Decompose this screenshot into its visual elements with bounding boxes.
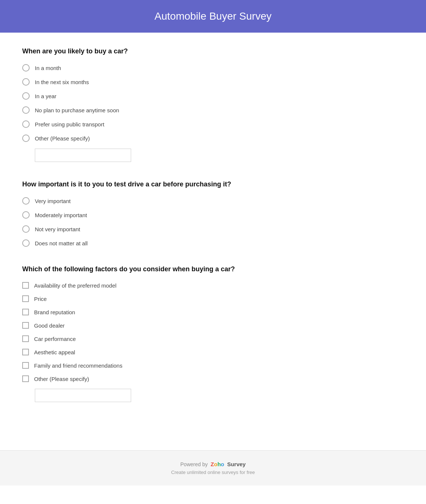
- checkbox-q3-c[interactable]: [22, 309, 29, 315]
- checkbox-q3-g[interactable]: [22, 362, 29, 369]
- q2-option-c[interactable]: Not very important: [22, 225, 404, 233]
- q2-label-b: Moderately important: [35, 212, 87, 218]
- powered-by-text: Powered by: [180, 461, 208, 467]
- q3-option-h[interactable]: Other (Please specify): [22, 375, 404, 382]
- zoho-logo: Zoho: [211, 461, 224, 467]
- q1-label-e: Prefer using public transport: [35, 121, 104, 127]
- question-1-title: When are you likely to buy a car?: [22, 47, 404, 55]
- q3-option-b[interactable]: Price: [22, 295, 404, 302]
- zoho-letter-o2: o: [221, 461, 224, 467]
- radio-q2-a[interactable]: [22, 197, 30, 205]
- survey-header: Automobile Buyer Survey: [0, 0, 426, 33]
- q2-option-b[interactable]: Moderately important: [22, 211, 404, 219]
- q3-label-h: Other (Please specify): [34, 376, 89, 382]
- q2-label-a: Very important: [35, 198, 71, 204]
- radio-q2-b[interactable]: [22, 211, 30, 219]
- q2-option-a[interactable]: Very important: [22, 197, 404, 205]
- survey-content: When are you likely to buy a car? In a m…: [0, 33, 426, 435]
- survey-title: Automobile Buyer Survey: [7, 10, 419, 22]
- radio-q1-d[interactable]: [22, 106, 30, 114]
- q1-other-input-wrapper: [35, 149, 404, 162]
- powered-by-line: Powered by Zoho Survey: [7, 461, 419, 467]
- q2-option-d[interactable]: Does not matter at all: [22, 239, 404, 247]
- radio-q1-b[interactable]: [22, 78, 30, 86]
- question-3-title: Which of the following factors do you co…: [22, 265, 404, 273]
- checkbox-q3-e[interactable]: [22, 335, 29, 342]
- checkbox-q3-d[interactable]: [22, 322, 29, 329]
- q3-option-g[interactable]: Family and friend recommendations: [22, 362, 404, 369]
- q3-label-a: Availability of the preferred model: [34, 282, 116, 289]
- zoho-survey-label: Survey: [227, 461, 246, 467]
- zoho-letter-z: Z: [211, 461, 214, 467]
- q1-label-c: In a year: [35, 93, 56, 99]
- q1-other-text-input[interactable]: [35, 149, 131, 162]
- q3-label-c: Brand reputation: [34, 309, 75, 315]
- zoho-letter-h: h: [217, 461, 221, 467]
- q1-label-f: Other (Please specify): [35, 135, 90, 142]
- radio-q1-a[interactable]: [22, 64, 30, 72]
- q3-option-e[interactable]: Car performance: [22, 335, 404, 342]
- question-1: When are you likely to buy a car? In a m…: [22, 47, 404, 162]
- q2-label-d: Does not matter at all: [35, 240, 88, 246]
- checkbox-q3-f[interactable]: [22, 349, 29, 355]
- zoho-letter-o1: o: [214, 461, 217, 467]
- q3-option-d[interactable]: Good dealer: [22, 322, 404, 329]
- checkbox-q3-a[interactable]: [22, 282, 29, 289]
- question-2: How important is it to you to test drive…: [22, 180, 404, 247]
- q1-option-c[interactable]: In a year: [22, 92, 404, 100]
- checkbox-q3-b[interactable]: [22, 295, 29, 302]
- q3-option-a[interactable]: Availability of the preferred model: [22, 282, 404, 289]
- q1-option-b[interactable]: In the next six months: [22, 78, 404, 86]
- question-2-title: How important is it to you to test drive…: [22, 180, 404, 188]
- q3-label-b: Price: [34, 296, 47, 302]
- q3-label-f: Aesthetic appeal: [34, 349, 75, 355]
- q3-option-c[interactable]: Brand reputation: [22, 309, 404, 315]
- radio-q2-d[interactable]: [22, 239, 30, 247]
- survey-footer: Powered by Zoho Survey Create unlimited …: [0, 450, 426, 485]
- q3-label-e: Car performance: [34, 336, 76, 342]
- q1-label-d: No plan to purchase anytime soon: [35, 107, 119, 113]
- q1-option-f[interactable]: Other (Please specify): [22, 135, 404, 142]
- q3-option-f[interactable]: Aesthetic appeal: [22, 349, 404, 355]
- q1-label-a: In a month: [35, 65, 61, 71]
- footer-tagline: Create unlimited online surveys for free: [7, 470, 419, 475]
- q3-label-g: Family and friend recommendations: [34, 362, 122, 369]
- q1-option-e[interactable]: Prefer using public transport: [22, 120, 404, 128]
- checkbox-q3-h[interactable]: [22, 375, 29, 382]
- radio-q1-e[interactable]: [22, 120, 30, 128]
- radio-q1-f[interactable]: [22, 135, 30, 142]
- q1-option-a[interactable]: In a month: [22, 64, 404, 72]
- q1-label-b: In the next six months: [35, 79, 89, 85]
- radio-q1-c[interactable]: [22, 92, 30, 100]
- q3-label-d: Good dealer: [34, 322, 65, 329]
- question-3: Which of the following factors do you co…: [22, 265, 404, 402]
- q3-other-input-wrapper: [35, 389, 404, 402]
- q3-other-text-input[interactable]: [35, 389, 131, 402]
- radio-q2-c[interactable]: [22, 225, 30, 233]
- q2-label-c: Not very important: [35, 226, 80, 232]
- q1-option-d[interactable]: No plan to purchase anytime soon: [22, 106, 404, 114]
